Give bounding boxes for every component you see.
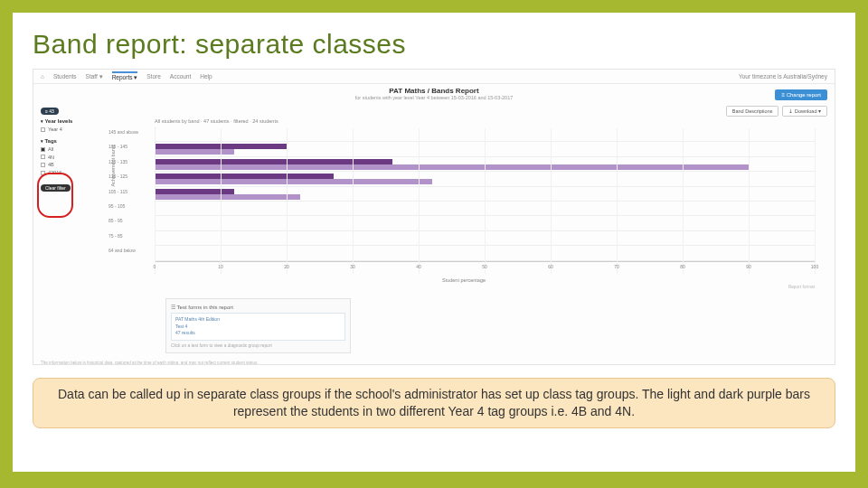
filter-tags-group: ▾ Tags All 4N 4B 42016 [41, 138, 93, 177]
app-screenshot: ⌂ Students Staff ▾ Reports ▾ Store Accou… [33, 69, 835, 365]
x-tick: 20 [284, 264, 289, 269]
band-label: 145 and above [108, 129, 138, 135]
band-label: 95 - 105 [108, 203, 125, 209]
x-tick: 70 [614, 264, 619, 269]
info-footer: The information below is historical data… [41, 361, 835, 365]
x-tick: 40 [416, 264, 421, 269]
band-label: 75 - 85 [108, 233, 123, 239]
filter-tags-heading: ▾ Tags [41, 138, 93, 144]
checkbox-icon[interactable] [41, 163, 45, 167]
checkbox-icon[interactable] [41, 147, 45, 152]
filter-year-heading: ▾ Year levels [41, 118, 93, 124]
highlight-circle [37, 173, 73, 218]
x-tick: 0 [154, 264, 156, 269]
slide-title: Band report: separate classes [33, 29, 835, 60]
filter-tag-4n[interactable]: 4N [41, 154, 93, 162]
nav-reports[interactable]: Reports ▾ [112, 71, 138, 81]
change-report-button[interactable]: ≡ Change report [775, 89, 827, 100]
band-label: 64 and below [108, 248, 136, 253]
download-button[interactable]: ⤓ Download ▾ [782, 106, 827, 117]
test-forms-head: ☰ Test forms in this report [171, 304, 345, 310]
chart-subtitle: All students by band · 47 students · fil… [155, 118, 827, 124]
filter-panel: ≡ 43 ▾ Year levels Year 4 ▾ Tags All 4N … [41, 108, 93, 353]
band-descriptions-button[interactable]: Band Descriptions [726, 106, 779, 117]
band-label: 135 - 145 [108, 144, 127, 149]
y-axis-label: Achievement band [110, 145, 116, 187]
filter-tag-all[interactable]: All [41, 145, 93, 154]
bar-series-b[interactable] [156, 194, 300, 200]
nav-students[interactable]: Students [53, 73, 77, 80]
nav-store[interactable]: Store [146, 73, 161, 80]
test-form-card[interactable]: PAT Maths 4th Edition Test 4 47 results [171, 313, 345, 341]
home-icon[interactable]: ⌂ [41, 73, 44, 80]
x-tick: 90 [746, 264, 751, 269]
checkbox-icon[interactable] [41, 155, 45, 159]
x-axis-label: Student percentage [100, 277, 827, 283]
band-label: 105 - 115 [108, 189, 127, 194]
bar-series-b[interactable] [156, 179, 432, 184]
x-tick: 30 [350, 264, 355, 269]
x-tick: 10 [218, 264, 223, 269]
bar-series-b[interactable] [156, 149, 234, 155]
top-nav: ⌂ Students Staff ▾ Reports ▾ Store Accou… [33, 70, 835, 84]
x-tick: 80 [680, 264, 685, 269]
filter-year4[interactable]: Year 4 [41, 126, 93, 134]
chart-footnote: Report format [100, 285, 815, 289]
filter-tag-4b[interactable]: 4B [41, 161, 93, 169]
test-forms-box: ☰ Test forms in this report PAT Maths 4t… [165, 298, 351, 353]
nav-account[interactable]: Account [170, 73, 192, 80]
x-axis: 0102030405060708090100 [155, 261, 815, 274]
x-tick: 100 [811, 264, 818, 269]
x-tick: 50 [482, 264, 487, 269]
test-forms-hint: Click on a test form to view a diagnosti… [171, 343, 345, 348]
band-label: 115 - 125 [108, 174, 127, 179]
nav-staff[interactable]: Staff ▾ [86, 73, 103, 80]
band-label: 125 - 135 [108, 159, 127, 164]
bar-series-b[interactable] [156, 164, 749, 170]
slide-caption: Data can be called up in separate class … [33, 378, 835, 428]
band-label: 85 - 95 [108, 218, 123, 223]
nav-help[interactable]: Help [200, 73, 212, 80]
timezone-label: Your timezone is Australia/Sydney [739, 73, 827, 80]
x-tick: 60 [548, 264, 553, 269]
report-title: PAT Maths / Bands Report [33, 87, 835, 95]
checkbox-icon[interactable] [41, 127, 45, 132]
student-count-pill[interactable]: ≡ 43 [41, 108, 59, 115]
report-subtitle: for students with year level Year 4 betw… [33, 95, 835, 100]
